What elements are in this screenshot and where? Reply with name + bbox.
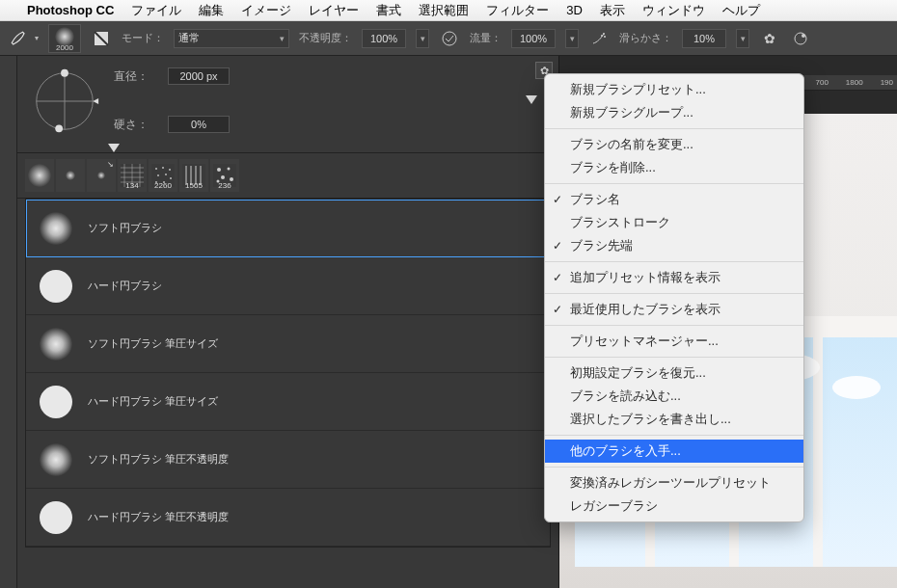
ruler-tick: 190 bbox=[881, 78, 893, 87]
menu-item-label: ブラシストローク bbox=[570, 215, 670, 229]
svg-point-22 bbox=[162, 167, 164, 169]
mode-select[interactable]: 通常 bbox=[174, 29, 289, 48]
menu-filter[interactable]: フィルター bbox=[486, 2, 549, 19]
svg-point-3 bbox=[604, 36, 606, 38]
ruler-tick: 1800 bbox=[846, 78, 863, 87]
left-ruler-strip bbox=[0, 56, 17, 588]
brush-preset-icon bbox=[40, 386, 72, 418]
brush-preset-icon bbox=[40, 270, 72, 303]
menu-separator bbox=[545, 128, 803, 129]
menu-item[interactable]: 変換済みレガシーツールプリセット bbox=[545, 471, 803, 494]
recent-brush-thumb[interactable] bbox=[25, 159, 54, 192]
menu-item[interactable]: ✓追加プリセット情報を表示 bbox=[545, 266, 803, 289]
svg-point-25 bbox=[165, 174, 167, 175]
menu-item[interactable]: 初期設定ブラシを復元... bbox=[545, 361, 803, 385]
menu-view[interactable]: 表示 bbox=[600, 2, 625, 19]
brush-panel-toggle-icon[interactable] bbox=[91, 28, 112, 49]
menu-separator bbox=[545, 325, 803, 326]
ruler-tick: 700 bbox=[815, 78, 828, 87]
menu-item[interactable]: レガシーブラシ bbox=[545, 494, 803, 518]
brush-preset-item[interactable]: ソフト円ブラシ 筆圧不透明度 bbox=[26, 431, 550, 489]
menu-file[interactable]: ファイル bbox=[131, 2, 181, 19]
brush-preset-list[interactable]: ソフト円ブラシハード円ブラシソフト円ブラシ 筆圧サイズハード円ブラシ 筆圧サイズ… bbox=[25, 199, 551, 548]
hardness-label: 硬さ： bbox=[114, 117, 158, 133]
pressure-size-icon[interactable] bbox=[790, 28, 811, 49]
menu-window[interactable]: ウィンドウ bbox=[642, 2, 705, 19]
diameter-input[interactable]: 2000 px bbox=[168, 67, 230, 85]
menu-layer[interactable]: レイヤー bbox=[309, 2, 359, 19]
brush-preset-item[interactable]: ソフト円ブラシ bbox=[26, 200, 550, 257]
brush-preset-icon bbox=[40, 501, 72, 534]
airbrush-icon[interactable] bbox=[588, 28, 610, 49]
menu-item-label: 他のブラシを入手... bbox=[570, 443, 681, 458]
menu-3d[interactable]: 3D bbox=[566, 3, 583, 17]
menu-help[interactable]: ヘルプ bbox=[722, 2, 760, 19]
menu-type[interactable]: 書式 bbox=[376, 2, 401, 19]
smoothing-gear-icon[interactable]: ✿ bbox=[759, 28, 780, 49]
opacity-chev-icon[interactable]: ▾ bbox=[416, 29, 429, 48]
menu-separator bbox=[545, 435, 803, 436]
smoothing-input[interactable]: 10% bbox=[682, 29, 726, 48]
svg-point-21 bbox=[155, 168, 157, 170]
check-icon: ✓ bbox=[553, 236, 562, 255]
brush-picker-panel: 直径： 2000 px 硬さ： 0% ✿ ↘13422601505236 ソフト… bbox=[17, 56, 559, 588]
brush-preset-item[interactable]: ハード円ブラシ bbox=[26, 257, 550, 315]
menu-item-label: 新規ブラシグループ... bbox=[570, 105, 693, 120]
menu-separator bbox=[545, 467, 803, 468]
hardness-input[interactable]: 0% bbox=[168, 116, 230, 133]
brush-preset-label: ハード円ブラシ 筆圧サイズ bbox=[88, 394, 218, 409]
brush-preset-item[interactable]: ソフト円ブラシ 筆圧サイズ bbox=[26, 315, 550, 373]
pressure-opacity-icon[interactable] bbox=[439, 28, 460, 49]
menu-edit[interactable]: 編集 bbox=[199, 2, 224, 19]
mode-value: 通常 bbox=[178, 31, 200, 45]
menu-item-label: ブラシを削除... bbox=[570, 160, 656, 174]
brush-preset-item[interactable]: ハード円ブラシ 筆圧不透明度 bbox=[26, 489, 550, 547]
menu-image[interactable]: イメージ bbox=[241, 2, 291, 19]
menu-item[interactable]: プリセットマネージャー... bbox=[545, 330, 803, 353]
recent-brush-thumb[interactable]: ↘ bbox=[87, 159, 116, 192]
flow-input[interactable]: 100% bbox=[511, 29, 556, 48]
menu-separator bbox=[545, 293, 803, 294]
svg-point-26 bbox=[170, 177, 172, 179]
recent-brush-thumb[interactable]: 134 bbox=[118, 159, 147, 192]
menu-item[interactable]: ブラシを削除... bbox=[545, 156, 803, 179]
recent-brush-thumb[interactable]: 1505 bbox=[179, 159, 208, 192]
mode-label: モード： bbox=[122, 31, 164, 45]
brush-angle-widget[interactable] bbox=[27, 64, 102, 139]
menu-item[interactable]: ✓ブラシ先端 bbox=[545, 234, 803, 257]
menu-item[interactable]: ✓最近使用したブラシを表示 bbox=[545, 298, 803, 321]
hardness-knob-icon[interactable] bbox=[108, 144, 120, 152]
menu-item-label: レガシーブラシ bbox=[570, 498, 658, 513]
smoothing-chev-icon[interactable]: ▾ bbox=[736, 29, 749, 48]
brush-preview-swatch[interactable]: 2000 bbox=[48, 24, 81, 53]
brush-preset-label: ソフト円ブラシ 筆圧サイズ bbox=[88, 336, 218, 351]
tool-preset-chev-icon[interactable]: ▾ bbox=[35, 34, 39, 42]
brush-preview-size: 2000 bbox=[56, 43, 73, 52]
menu-item[interactable]: ブラシを読み込む... bbox=[545, 385, 803, 408]
menu-item[interactable]: ✓ブラシ名 bbox=[545, 188, 803, 211]
app-name[interactable]: Photoshop CC bbox=[27, 3, 114, 17]
flow-chev-icon[interactable]: ▾ bbox=[565, 29, 579, 48]
menu-separator bbox=[545, 183, 803, 184]
menu-item[interactable]: 新規ブラシグループ... bbox=[545, 101, 803, 124]
svg-point-10 bbox=[61, 69, 68, 77]
brush-preset-item[interactable]: ハード円ブラシ 筆圧サイズ bbox=[26, 373, 550, 431]
recent-brush-thumb[interactable]: 236 bbox=[210, 159, 239, 192]
diameter-knob-icon[interactable] bbox=[526, 95, 537, 104]
recent-brush-thumb[interactable] bbox=[56, 159, 85, 192]
menu-item[interactable]: 選択したブラシを書き出し... bbox=[545, 408, 803, 431]
svg-point-11 bbox=[55, 124, 63, 132]
recent-brush-thumb[interactable]: 2260 bbox=[149, 159, 177, 192]
opacity-input[interactable]: 100% bbox=[362, 29, 406, 48]
doc-tab-strip bbox=[559, 56, 897, 75]
menu-item[interactable]: 他のブラシを入手... bbox=[545, 440, 803, 463]
menu-item[interactable]: 新規ブラシプリセット... bbox=[545, 78, 803, 101]
menu-item[interactable]: ブラシストローク bbox=[545, 211, 803, 234]
menu-item[interactable]: ブラシの名前を変更... bbox=[545, 133, 803, 156]
recent-brush-row: ↘13422601505236 bbox=[17, 153, 558, 198]
menu-item-label: 選択したブラシを書き出し... bbox=[570, 412, 731, 426]
menu-select[interactable]: 選択範囲 bbox=[419, 2, 469, 19]
current-tool-icon[interactable] bbox=[6, 26, 31, 51]
options-bar: ▾ 2000 モード： 通常 不透明度： 100% ▾ 流量： 100% ▾ 滑… bbox=[0, 21, 897, 56]
svg-point-36 bbox=[228, 168, 231, 171]
